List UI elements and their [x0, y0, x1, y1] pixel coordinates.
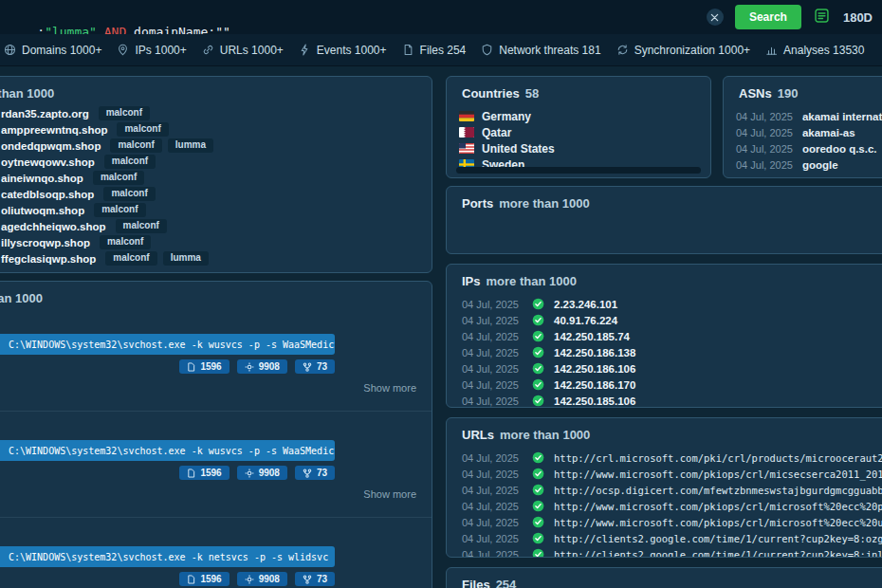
domain-row[interactable]: rdan35.zapto.org malconf [1, 105, 432, 121]
results-tab[interactable]: IPs 1000+ [117, 44, 186, 57]
domain-name[interactable]: illyscroqwp.shop [1, 237, 90, 248]
file-badge-icon [187, 575, 195, 584]
domain-row[interactable]: amppreewntnq.shop malconf [1, 121, 432, 138]
domain-tags: malconflumma [110, 138, 213, 153]
results-tab[interactable]: Analyses 13530 [765, 44, 864, 57]
check-circle-icon [532, 500, 544, 512]
domain-name[interactable]: ondedqpwqm.shop [1, 140, 101, 152]
ip-address[interactable]: 2.23.246.101 [554, 299, 617, 310]
domain-name[interactable]: amppreewntnq.shop [1, 124, 107, 136]
show-more-link[interactable]: Show more [0, 488, 416, 500]
command-line[interactable]: C:\WINDOWS\system32\svchost.exe -k wusvc… [0, 334, 335, 355]
domain-row[interactable]: ondedqpwqm.shop malconflumma [1, 138, 432, 154]
panel-header: Files254 [447, 568, 882, 588]
url-row[interactable]: 04 Jul, 2025 http://www.microsoft.com/pk… [447, 466, 882, 482]
url-row[interactable]: 04 Jul, 2025 http://www.microsoft.com/pk… [447, 498, 882, 514]
ip-row[interactable]: 04 Jul, 2025 40.91.76.224 [447, 312, 882, 328]
url-row[interactable]: 04 Jul, 2025 http://ocsp.digicert.com/mf… [447, 482, 882, 498]
count-badge[interactable]: 73 [295, 466, 335, 480]
command-line[interactable]: C:\WINDOWS\system32\svchost.exe -k netsv… [0, 546, 335, 567]
url-row[interactable]: 04 Jul, 2025 http://clients2.google.com/… [447, 546, 882, 558]
domain-name[interactable]: aineiwnqo.shop [1, 173, 83, 184]
ip-address[interactable]: 142.250.186.106 [554, 363, 635, 375]
url-row[interactable]: 04 Jul, 2025 http://crl.microsoft.com/pk… [447, 450, 882, 466]
url-value[interactable]: http://clients2.google.com/time/1/curren… [554, 533, 882, 544]
count-badge[interactable]: 1596 [179, 466, 229, 480]
results-tab[interactable]: URLs 1000+ [202, 44, 284, 57]
country-row[interactable]: Germany [447, 108, 710, 124]
url-value[interactable]: http://www.microsoft.com/pkiops/crl/micr… [554, 501, 882, 512]
check-circle-icon [532, 516, 544, 528]
url-value[interactable]: http://www.microsoft.com/pkiops/crl/micr… [554, 517, 882, 528]
domain-name[interactable]: ffegclasiqwp.shop [1, 253, 96, 265]
domain-name[interactable]: agedchheiqwo.shop [1, 221, 106, 232]
ip-address[interactable]: 142.250.185.106 [554, 395, 635, 407]
results-tab[interactable]: Network threats 181 [481, 44, 600, 57]
panel-title: Countries [462, 86, 520, 101]
time-period-selector[interactable]: 180D [843, 10, 873, 25]
domain-row[interactable]: illyscroqwp.shop malconf [1, 234, 432, 250]
country-row[interactable]: United States [447, 140, 710, 156]
count-badge[interactable]: 1596 [179, 359, 229, 374]
close-icon [710, 10, 719, 25]
search-query-input[interactable]: :"lumma" AND domainName:"" [8, 0, 230, 39]
count-badge[interactable]: 9908 [237, 466, 287, 480]
results-tab[interactable]: Synchronization 1000+ [616, 44, 750, 57]
url-value[interactable]: http://clients2.google.com/time/1/curren… [554, 549, 882, 559]
domain-name[interactable]: oliutwoqm.shop [1, 205, 84, 216]
count-badge[interactable]: 9908 [237, 359, 287, 374]
results-tab[interactable]: Domains 1000+ [4, 44, 101, 57]
ip-address[interactable]: 142.250.186.138 [554, 347, 635, 358]
ip-row[interactable]: 04 Jul, 2025 142.250.185.106 [447, 393, 882, 408]
count-badge[interactable]: 9908 [237, 572, 287, 586]
asn-row[interactable]: 04 Jul, 2025 ooredoo q.s.c. [724, 140, 882, 156]
search-button[interactable]: Search [735, 5, 801, 29]
ip-row[interactable]: 04 Jul, 2025 2.23.246.101 [447, 296, 882, 312]
command-line[interactable]: C:\WINDOWS\system32\svchost.exe -k wusvc… [0, 440, 335, 461]
ip-row[interactable]: 04 Jul, 2025 142.250.186.170 [447, 377, 882, 393]
asn-row[interactable]: 04 Jul, 2025 google [724, 156, 882, 173]
asn-list: 04 Jul, 2025 akamai internationa 04 Jul,… [724, 108, 882, 173]
asn-name[interactable]: ooredoo q.s.c. [802, 143, 877, 155]
port-rows [447, 217, 882, 249]
ip-address[interactable]: 40.91.76.224 [554, 315, 617, 326]
domain-name[interactable]: catedblsoqp.shop [1, 189, 94, 200]
domain-name[interactable]: oytnewqowv.shop [1, 156, 95, 168]
ip-row[interactable]: 04 Jul, 2025 142.250.185.74 [447, 328, 882, 344]
panel-title: Files [462, 578, 490, 588]
domain-row[interactable]: oliutwoqm.shop malconf [1, 202, 432, 218]
countries-scrollbar[interactable] [456, 167, 701, 174]
asn-name[interactable]: akamai internationa [802, 111, 882, 122]
ip-row[interactable]: 04 Jul, 2025 142.250.186.138 [447, 344, 882, 360]
asn-row[interactable]: 04 Jul, 2025 akamai-as [724, 124, 882, 140]
results-list-button[interactable] [813, 8, 832, 27]
url-row[interactable]: 04 Jul, 2025 http://clients2.google.com/… [447, 530, 882, 546]
url-value[interactable]: http://www.microsoft.com/pkiops/crl/mics… [554, 469, 882, 480]
results-tab[interactable]: Files 254 [402, 44, 467, 57]
asn-name[interactable]: akamai-as [802, 127, 855, 138]
count-badge[interactable]: 73 [295, 572, 335, 586]
domain-row[interactable]: agedchheiqwo.shop malconf [1, 218, 432, 234]
asn-name[interactable]: google [802, 159, 838, 171]
domain-row[interactable]: aineiwnqo.shop malconf [1, 170, 432, 186]
results-tab[interactable]: Events 1000+ [299, 44, 387, 57]
clear-search-button[interactable] [707, 9, 724, 26]
url-value[interactable]: http://ocsp.digicert.com/mfewtzbnmeswsta… [554, 485, 882, 496]
ip-address[interactable]: 142.250.185.74 [554, 331, 630, 342]
threat-tag: malconf [99, 106, 150, 120]
url-row[interactable]: 04 Jul, 2025 http://www.microsoft.com/pk… [447, 514, 882, 530]
domain-row[interactable]: ffegclasiqwp.shop malconflumma [1, 250, 432, 266]
url-value[interactable]: http://crl.microsoft.com/pki/crl/product… [554, 452, 882, 464]
domain-row[interactable]: oytnewqowv.shop malconf [1, 154, 432, 170]
count-badge[interactable]: 1596 [179, 572, 229, 586]
ip-address[interactable]: 142.250.186.170 [554, 379, 635, 391]
domain-name[interactable]: rdan35.zapto.org [1, 108, 89, 119]
show-more-link[interactable]: Show more [0, 382, 416, 394]
link-icon [202, 44, 214, 56]
count-badge[interactable]: 73 [295, 359, 335, 374]
country-row[interactable]: Qatar [447, 124, 710, 140]
asn-row[interactable]: 04 Jul, 2025 akamai internationa [724, 108, 882, 124]
domain-row[interactable]: catedblsoqp.shop malconf [1, 186, 432, 202]
row-date: 04 Jul, 2025 [462, 395, 523, 407]
ip-row[interactable]: 04 Jul, 2025 142.250.186.106 [447, 360, 882, 377]
